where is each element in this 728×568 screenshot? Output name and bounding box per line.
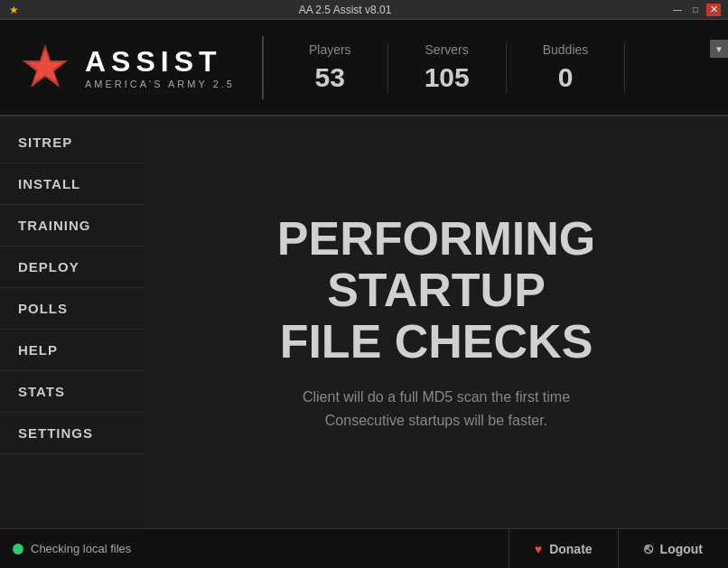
app-header: ASSIST AMERICA'S ARMY 2.5 Players 53 Ser… [0, 20, 728, 116]
logo-area: ASSIST AMERICA'S ARMY 2.5 [0, 41, 253, 95]
minimize-button[interactable]: — [670, 4, 685, 16]
heading-line2: FILE CHECKS [280, 315, 593, 368]
header-dropdown-button[interactable]: ▼ [710, 40, 728, 58]
status-text: Checking local files [31, 542, 131, 555]
sidebar: SITREP INSTALL TRAINING DEPLOY POLLS HEL… [0, 116, 145, 528]
servers-value: 105 [425, 62, 470, 93]
stats-area: Players 53 Servers 105 Buddies 0 [273, 42, 728, 93]
content-heading: PERFORMING STARTUP FILE CHECKS [163, 213, 710, 368]
nav-deploy[interactable]: DEPLOY [0, 247, 145, 288]
window-title: AA 2.5 Assist v8.01 [20, 4, 670, 16]
logout-label: Logout [660, 542, 703, 556]
logout-icon: ⎋ [644, 541, 653, 557]
content-subtext: Client will do a full MD5 scan the first… [303, 386, 570, 432]
buddies-value: 0 [558, 62, 574, 93]
players-value: 53 [315, 62, 345, 93]
sub-line1: Client will do a full MD5 scan the first… [303, 389, 570, 405]
stat-players: Players 53 [273, 42, 388, 93]
header-divider [262, 36, 264, 99]
window-controls: — □ ✕ [670, 4, 721, 16]
nav-install[interactable]: INSTALL [0, 163, 145, 205]
main-content: PERFORMING STARTUP FILE CHECKS Client wi… [145, 116, 728, 528]
statusbar-right: ♥ Donate ⎋ Logout [509, 529, 728, 568]
titlebar: ★ AA 2.5 Assist v8.01 — □ ✕ [0, 0, 728, 20]
status-left: Checking local files [0, 542, 509, 555]
servers-label: Servers [425, 42, 469, 57]
players-label: Players [309, 42, 351, 57]
maximize-button[interactable]: □ [688, 4, 703, 16]
status-indicator [13, 544, 23, 554]
sub-line2: Consecutive startups will be faster. [325, 413, 547, 428]
close-button[interactable]: ✕ [706, 4, 721, 16]
app-name: ASSIST [85, 45, 235, 79]
heading-line1: PERFORMING STARTUP [277, 212, 595, 316]
app-icon: ★ [7, 4, 20, 16]
app-logo [18, 41, 72, 95]
logout-button[interactable]: ⎋ Logout [618, 529, 728, 568]
nav-stats[interactable]: STATS [0, 371, 145, 413]
nav-settings[interactable]: SETTINGS [0, 413, 145, 454]
buddies-label: Buddies [543, 42, 589, 57]
statusbar: Checking local files ♥ Donate ⎋ Logout [0, 528, 728, 568]
stat-servers: Servers 105 [388, 42, 507, 93]
logo-text: ASSIST AMERICA'S ARMY 2.5 [85, 45, 235, 89]
nav-training[interactable]: TRAINING [0, 205, 145, 247]
donate-label: Donate [549, 542, 592, 556]
nav-help[interactable]: HELP [0, 330, 145, 371]
stat-buddies: Buddies 0 [507, 42, 626, 93]
main-area: SITREP INSTALL TRAINING DEPLOY POLLS HEL… [0, 116, 728, 528]
heart-icon: ♥ [535, 542, 542, 556]
donate-button[interactable]: ♥ Donate [509, 529, 618, 568]
app-subtitle: AMERICA'S ARMY 2.5 [85, 79, 235, 89]
nav-sitrep[interactable]: SITREP [0, 122, 145, 163]
nav-polls[interactable]: POLLS [0, 288, 145, 330]
